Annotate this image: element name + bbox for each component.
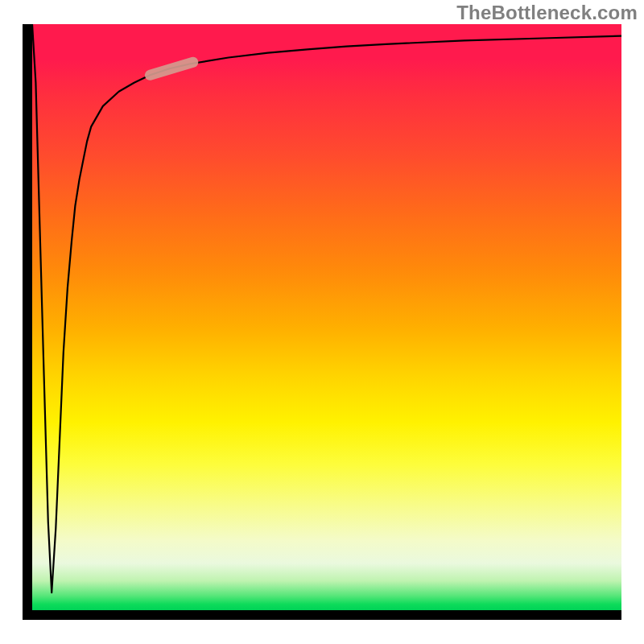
curve-layer (32, 24, 621, 610)
plot-area (32, 24, 621, 610)
x-axis (23, 610, 621, 620)
chart-stage: TheBottleneck.com (0, 0, 644, 644)
highlight-segment (150, 62, 192, 75)
bottleneck-curve (32, 24, 621, 592)
watermark-text: TheBottleneck.com (456, 2, 638, 24)
y-axis (23, 24, 32, 620)
